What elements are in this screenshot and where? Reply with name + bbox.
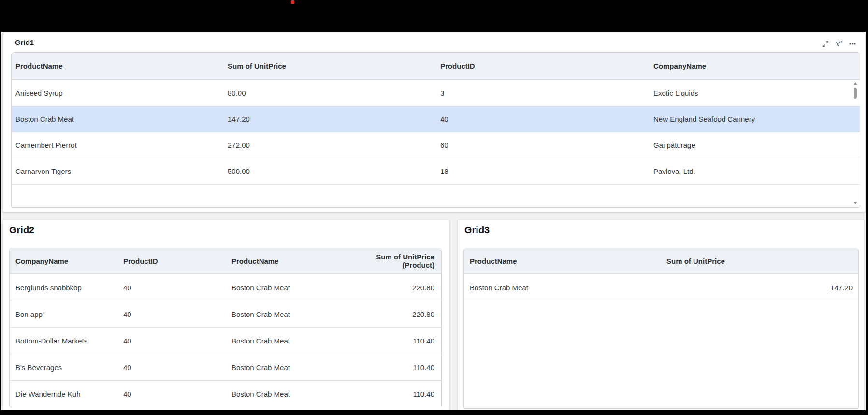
cell-productid: 40 <box>117 337 226 345</box>
grid1-header-productname[interactable]: ProductName <box>12 62 224 70</box>
grid3-title: Grid3 <box>464 225 490 236</box>
cell-sum: 220.80 <box>337 310 441 318</box>
cell-productname: Aniseed Syrup <box>12 89 224 97</box>
cell-sum-of-unitprice: 500.00 <box>224 167 436 175</box>
grid2-header-row: CompanyName ProductID ProductName Sum of… <box>10 248 441 274</box>
cell-sum: 220.80 <box>337 284 441 292</box>
grid1-table: ProductName Sum of UnitPrice ProductID C… <box>11 52 860 208</box>
grid1-panel: Grid1 <box>2 33 866 212</box>
grid1-toolbar <box>822 40 856 48</box>
table-row[interactable]: Bon app' 40 Boston Crab Meat 220.80 <box>10 301 441 327</box>
table-row[interactable]: Camembert Pierrot 272.00 60 Gai pâturage <box>12 132 860 158</box>
scroll-up-icon[interactable] <box>854 82 857 85</box>
cell-sum: 110.40 <box>337 363 441 372</box>
cell-sum: 147.20 <box>661 284 858 292</box>
table-row[interactable]: B's Beverages 40 Boston Crab Meat 110.40 <box>10 354 441 380</box>
cell-productid: 40 <box>117 310 226 318</box>
cell-productname: Carnarvon Tigers <box>12 167 224 175</box>
scrollbar-thumb[interactable] <box>854 88 857 99</box>
cell-productname: Boston Crab Meat <box>226 363 337 372</box>
grid3-header-sum-of-unitprice[interactable]: Sum of UnitPrice <box>661 257 858 265</box>
table-row-selected[interactable]: Boston Crab Meat 147.20 40 New England S… <box>12 106 860 132</box>
grid1-header-companyname[interactable]: CompanyName <box>650 62 860 70</box>
dashboard-canvas: Grid1 <box>1 32 866 410</box>
cell-productname: Boston Crab Meat <box>464 284 661 292</box>
cell-productname: Boston Crab Meat <box>226 284 337 292</box>
grid1-header-sum-of-unitprice[interactable]: Sum of UnitPrice <box>224 62 436 70</box>
grid3-header-row: ProductName Sum of UnitPrice <box>464 248 858 274</box>
table-row[interactable]: Die Wandernde Kuh 40 Boston Crab Meat 11… <box>10 380 441 407</box>
grid2-header-sum-of-unitprice-product[interactable]: Sum of UnitPrice (Product) <box>337 253 441 269</box>
cell-productid: 40 <box>117 390 226 398</box>
cell-sum: 110.40 <box>337 337 441 345</box>
cell-productname: Boston Crab Meat <box>226 337 337 345</box>
grid3-table: ProductName Sum of UnitPrice Boston Crab… <box>463 248 859 409</box>
cell-productname: Boston Crab Meat <box>12 115 224 123</box>
table-row-partial[interactable] <box>12 184 860 208</box>
cell-sum-of-unitprice: 272.00 <box>224 141 436 149</box>
grid2-title: Grid2 <box>9 225 34 236</box>
grid2-panel: Grid2 CompanyName ProductID ProductName … <box>2 220 449 410</box>
cell-sum-of-unitprice: 147.20 <box>224 115 436 123</box>
clear-filter-icon[interactable] <box>835 40 843 48</box>
grid1-title: Grid1 <box>15 38 34 46</box>
grid3-header-productname[interactable]: ProductName <box>464 257 661 265</box>
grid1-header-productid[interactable]: ProductID <box>436 62 650 70</box>
cell-companyname: B's Beverages <box>10 363 117 372</box>
grid1-header-row: ProductName Sum of UnitPrice ProductID C… <box>12 53 860 80</box>
cell-companyname: Gai pâturage <box>650 141 860 149</box>
cell-companyname: Die Wandernde Kuh <box>10 390 117 398</box>
cell-companyname: Pavlova, Ltd. <box>650 167 860 175</box>
grid2-header-productname[interactable]: ProductName <box>226 257 337 265</box>
cell-productid: 40 <box>117 284 226 292</box>
more-options-icon[interactable] <box>849 40 856 48</box>
table-row[interactable]: Aniseed Syrup 80.00 3 Exotic Liquids <box>12 80 860 106</box>
cell-productid: 60 <box>436 141 650 149</box>
cell-sum-of-unitprice: 80.00 <box>224 89 436 97</box>
cell-sum: 110.40 <box>337 390 441 398</box>
cell-productid: 3 <box>436 89 650 97</box>
cell-productname: Camembert Pierrot <box>12 141 224 149</box>
cell-productid: 18 <box>436 167 650 175</box>
grid3-empty-area <box>464 301 858 409</box>
table-row[interactable]: Carnarvon Tigers 500.00 18 Pavlova, Ltd. <box>12 158 860 184</box>
cell-companyname: New England Seafood Cannery <box>650 115 860 123</box>
grid2-header-companyname[interactable]: CompanyName <box>10 257 117 265</box>
vertical-scrollbar[interactable] <box>852 80 859 207</box>
table-row[interactable]: Berglunds snabbköp 40 Boston Crab Meat 2… <box>10 274 441 301</box>
table-row[interactable]: Bottom-Dollar Markets 40 Boston Crab Mea… <box>10 327 441 354</box>
grid3-panel: Grid3 ProductName Sum of UnitPrice Bosto… <box>458 220 865 410</box>
cell-productid: 40 <box>436 115 650 123</box>
table-row[interactable]: Boston Crab Meat 147.20 <box>464 274 858 301</box>
grid2-table: CompanyName ProductID ProductName Sum of… <box>9 248 442 407</box>
cell-companyname: Berglunds snabbköp <box>10 284 117 292</box>
red-indicator-dot <box>291 0 294 4</box>
grid2-header-productid[interactable]: ProductID <box>117 257 226 265</box>
cell-productname: Boston Crab Meat <box>226 310 337 318</box>
cell-companyname: Bottom-Dollar Markets <box>10 337 117 345</box>
cell-companyname: Bon app' <box>10 310 117 318</box>
expand-icon[interactable] <box>822 40 829 48</box>
cell-productname: Boston Crab Meat <box>226 390 337 398</box>
scroll-down-icon[interactable] <box>854 202 857 204</box>
cell-productid: 40 <box>117 363 226 372</box>
cell-companyname: Exotic Liquids <box>650 89 860 97</box>
